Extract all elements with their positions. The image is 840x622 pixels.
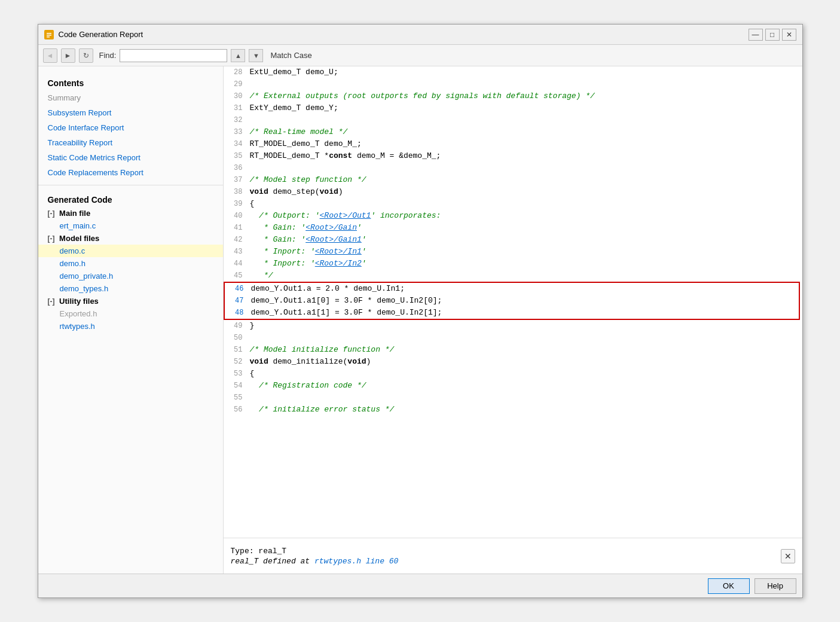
generated-code-title: Generated Code (38, 190, 223, 207)
code-line-33: 33 /* Real-time model */ (224, 126, 802, 138)
sidebar: Contents Summary Subsystem Report Code I… (38, 66, 224, 574)
line-num-30: 30 (224, 90, 248, 102)
line-num-37: 37 (224, 174, 248, 186)
line-num-48: 48 (225, 307, 249, 319)
def-text: real_T defined at (231, 557, 314, 566)
line-content-41: * Gain: '<Root>/Gain' (248, 222, 802, 234)
refresh-button[interactable]: ↻ (79, 48, 93, 63)
titlebar-controls: — □ ✕ (749, 29, 796, 41)
line-content-32 (248, 114, 802, 126)
line-content-34: RT_MODEL_demo_T demo_M_; (248, 138, 802, 150)
code-line-55: 55 (224, 392, 802, 404)
line-content-30: /* External outputs (root outports fed b… (248, 90, 802, 102)
sidebar-file-ert-main[interactable]: ert_main.c (38, 219, 223, 232)
model-files-toggle[interactable]: [-] (48, 234, 55, 243)
line-link-46[interactable]: 46 (235, 285, 243, 293)
line-link-48[interactable]: 48 (235, 309, 243, 317)
utility-files-toggle[interactable]: [-] (48, 297, 55, 306)
code-area[interactable]: 28 ExtU_demo_T demo_U; 29 30 /* External… (224, 66, 802, 538)
utility-files-section: [-] Utility files (38, 295, 223, 307)
utility-files-label: Utility files (57, 297, 99, 306)
code-line-28: 28 ExtU_demo_T demo_U; (224, 66, 802, 78)
line-content-48: demo_Y.Out1.a1[1] = 3.0F * demo_U.In2[1]… (249, 307, 799, 319)
main-window: Code Generation Report — □ ✕ ◄ ► ↻ Find:… (38, 24, 803, 598)
line-num-47: 47 (225, 295, 249, 307)
main-file-toggle[interactable]: [-] (48, 209, 55, 218)
line-content-33: /* Real-time model */ (248, 126, 802, 138)
sidebar-file-demo-h[interactable]: demo.h (38, 257, 223, 270)
line-num-29: 29 (224, 78, 248, 90)
model-files-label: Model files (57, 234, 100, 243)
info-bar-text: Type: real_T real_T defined at rtwtypes.… (231, 547, 399, 566)
code-line-29: 29 (224, 78, 802, 90)
info-close-button[interactable]: ✕ (781, 549, 795, 563)
sidebar-file-exported-h: Exported.h (38, 307, 223, 320)
def-link[interactable]: rtwtypes.h line 60 (314, 557, 398, 566)
line-num-53: 53 (224, 368, 248, 380)
line-num-42: 42 (224, 234, 248, 246)
line-content-54: /* Registration code */ (248, 380, 802, 392)
sidebar-link-code-interface[interactable]: Code Interface Report (38, 120, 223, 135)
line-num-41: 41 (224, 222, 248, 234)
window-title: Code Generation Report (59, 30, 143, 39)
find-up-button[interactable]: ▲ (231, 49, 245, 62)
sidebar-file-demo-private-h[interactable]: demo_private.h (38, 270, 223, 282)
svg-rect-3 (47, 36, 50, 38)
titlebar-left: Code Generation Report (44, 30, 143, 39)
line-content-29 (248, 78, 802, 90)
close-button[interactable]: ✕ (782, 29, 796, 41)
help-button[interactable]: Help (755, 578, 796, 594)
line-content-40: /* Outport: '<Root>/Out1' incorporates: (248, 210, 802, 222)
type-value: real_T (258, 547, 286, 556)
sidebar-file-rtwtypes-h[interactable]: rtwtypes.h (38, 320, 223, 333)
code-line-43: 43 * Inport: '<Root>/In1' (224, 246, 802, 258)
minimize-button[interactable]: — (749, 29, 763, 41)
code-line-37: 37 /* Model step function */ (224, 174, 802, 186)
forward-button[interactable]: ► (61, 48, 75, 63)
sidebar-link-summary[interactable]: Summary (38, 90, 223, 105)
main-content: Contents Summary Subsystem Report Code I… (38, 66, 802, 574)
sidebar-divider (38, 185, 223, 185)
code-line-54: 54 /* Registration code */ (224, 380, 802, 392)
line-content-52: void demo_initialize(void) (248, 356, 802, 368)
line-content-35: RT_MODEL_demo_T *const demo_M = &demo_M_… (248, 150, 802, 162)
sidebar-link-traceability[interactable]: Traceability Report (38, 135, 223, 150)
line-content-38: void demo_step(void) (248, 186, 802, 198)
line-num-56: 56 (224, 404, 248, 416)
sidebar-file-demo-c[interactable]: demo.c (38, 245, 223, 257)
find-down-button[interactable]: ▼ (249, 49, 263, 62)
main-file-section: [-] Main file (38, 207, 223, 219)
find-input[interactable] (120, 49, 227, 62)
line-content-28: ExtU_demo_T demo_U; (248, 66, 802, 78)
maximize-button[interactable]: □ (765, 29, 780, 41)
info-type-line: Type: real_T (231, 547, 399, 556)
sidebar-link-code-replacements[interactable]: Code Replacements Report (38, 165, 223, 180)
line-num-52: 52 (224, 356, 248, 368)
code-line-34: 34 RT_MODEL_demo_T demo_M_; (224, 138, 802, 150)
line-content-31: ExtY_demo_T demo_Y; (248, 102, 802, 114)
line-num-51: 51 (224, 344, 248, 356)
code-line-32: 32 (224, 114, 802, 126)
code-line-53: 53 { (224, 368, 802, 380)
code-line-38: 38 void demo_step(void) (224, 186, 802, 198)
line-content-55 (248, 392, 802, 404)
line-num-28: 28 (224, 66, 248, 78)
sidebar-link-subsystem-report[interactable]: Subsystem Report (38, 105, 223, 120)
find-label: Find: (99, 51, 117, 60)
code-line-56: 56 /* initialize error status */ (224, 404, 802, 416)
code-line-48: 48 demo_Y.Out1.a1[1] = 3.0F * demo_U.In2… (225, 307, 799, 319)
titlebar: Code Generation Report — □ ✕ (38, 25, 802, 45)
ok-button[interactable]: OK (708, 578, 750, 594)
code-line-47: 47 demo_Y.Out1.a1[0] = 3.0F * demo_U.In2… (225, 295, 799, 307)
svg-rect-2 (47, 35, 51, 36)
line-content-39: { (248, 198, 802, 210)
sidebar-file-demo-types-h[interactable]: demo_types.h (38, 282, 223, 295)
main-file-label: Main file (57, 209, 91, 218)
back-button[interactable]: ◄ (43, 48, 57, 63)
line-content-43: * Inport: '<Root>/In1' (248, 246, 802, 258)
code-line-52: 52 void demo_initialize(void) (224, 356, 802, 368)
line-link-47[interactable]: 47 (235, 297, 243, 305)
sidebar-link-static-metrics[interactable]: Static Code Metrics Report (38, 150, 223, 165)
line-content-45: */ (248, 270, 802, 282)
contents-title: Contents (38, 74, 223, 90)
